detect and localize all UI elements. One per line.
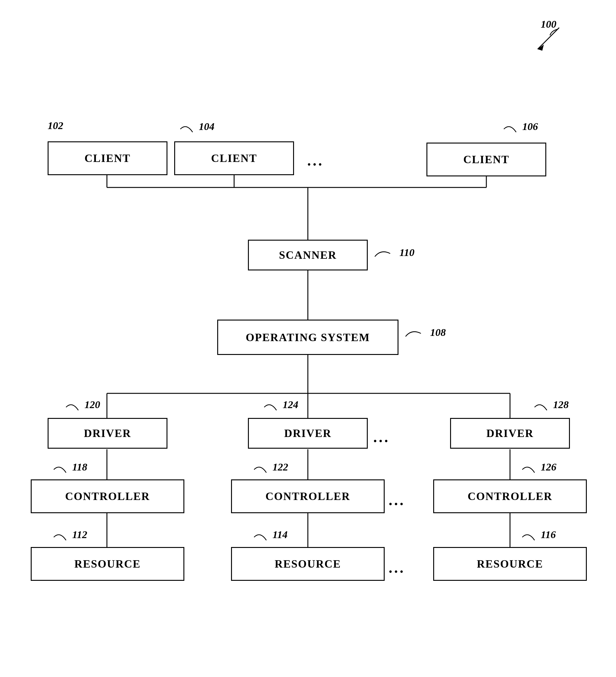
controller2-box: CONTROLLER (231, 480, 385, 513)
client3-label: CLIENT (463, 153, 509, 166)
ref-102: 102 (48, 120, 63, 132)
ref-108-curve (402, 326, 430, 341)
arrow-100-icon (528, 25, 565, 61)
resource1-label: RESOURCE (74, 557, 141, 570)
ref-110: 110 (372, 246, 415, 261)
ref-104-curve (174, 120, 199, 135)
os-box: OPERATING SYSTEM (217, 320, 398, 355)
resource2-label: RESOURCE (275, 557, 341, 570)
scanner-label: SCANNER (279, 249, 337, 262)
driver2-label: DRIVER (284, 427, 332, 440)
client1-label: CLIENT (85, 152, 131, 165)
driver3-label: DRIVER (486, 427, 534, 440)
ref-128-curve (528, 398, 553, 413)
resource3-box: RESOURCE (433, 547, 587, 581)
ref-116-curve (516, 528, 541, 543)
ref-112: 112 (48, 528, 87, 543)
ref-122: 122 (248, 460, 288, 476)
ref-106: 106 (498, 120, 538, 135)
resource2-box: RESOURCE (231, 547, 385, 581)
os-label: OPERATING SYSTEM (246, 331, 370, 344)
controller1-box: CONTROLLER (31, 480, 184, 513)
client2-box: CLIENT (174, 141, 294, 175)
scanner-box: SCANNER (248, 240, 368, 270)
clients-dots: ... (307, 152, 324, 169)
ref-122-curve (248, 460, 273, 476)
ref-118-curve (48, 460, 72, 476)
client1-box: CLIENT (48, 141, 168, 175)
ref-126-curve (516, 460, 541, 476)
resource1-box: RESOURCE (31, 547, 184, 581)
client3-box: CLIENT (426, 143, 546, 176)
resources-dots: ... (389, 559, 405, 576)
ref-110-curve (372, 246, 399, 261)
controller2-label: CONTROLLER (266, 490, 350, 503)
ref-106-curve (498, 120, 522, 135)
controller3-label: CONTROLLER (468, 490, 553, 503)
driver3-box: DRIVER (450, 418, 570, 449)
controllers-dots: ... (389, 492, 405, 509)
ref-124-curve (258, 398, 283, 413)
client2-label: CLIENT (211, 152, 257, 165)
controller3-box: CONTROLLER (433, 480, 587, 513)
ref-114: 114 (248, 528, 288, 543)
ref-124: 124 (258, 398, 298, 413)
drivers-dots: ... (373, 429, 390, 446)
ref-126: 126 (516, 460, 556, 476)
ref-114-curve (248, 528, 273, 543)
ref-116: 116 (516, 528, 556, 543)
driver2-box: DRIVER (248, 418, 368, 449)
ref-128: 128 (528, 398, 569, 413)
diagram: 100 CLIENT 102 CLIENT 104 ... CLIENT 106… (0, 0, 616, 677)
ref-104: 104 (174, 120, 215, 135)
controller1-label: CONTROLLER (65, 490, 150, 503)
svg-line-17 (538, 28, 559, 49)
driver1-box: DRIVER (48, 418, 168, 449)
ref-120: 120 (60, 398, 100, 413)
ref-112-curve (48, 528, 72, 543)
ref-120-curve (60, 398, 85, 413)
resource3-label: RESOURCE (477, 557, 543, 570)
driver1-label: DRIVER (84, 427, 131, 440)
ref-108: 108 (402, 326, 446, 341)
ref-118: 118 (48, 460, 87, 476)
